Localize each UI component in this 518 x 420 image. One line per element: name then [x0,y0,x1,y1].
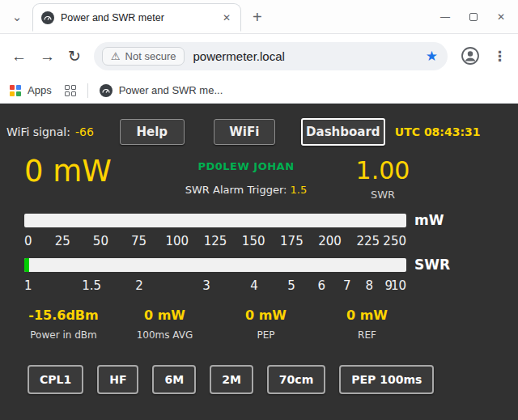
window-controls: — ✕ [440,11,518,23]
swr-tick: 2 [135,278,143,293]
mw-tick: 200 [318,234,342,248]
swr-meter-bar [24,258,406,272]
address-bar[interactable]: ⚠ Not secure powermeter.local ★ [94,42,448,70]
mode-button-2m[interactable]: 2M [210,365,253,394]
site-favicon-icon [41,11,54,24]
mw-tick: 75 [131,234,146,248]
reading-ref-value: 0 mW [316,308,418,323]
swr-alarm-value: 1.5 [291,184,308,196]
swr-bar-unit-label: SWR [414,257,450,273]
swr-tick: 1.5 [82,278,101,293]
tab-title: Power and SWR meter [61,12,219,23]
bookmark-star-icon[interactable]: ★ [426,48,438,65]
dashboard-button[interactable]: Dashboard [301,118,385,146]
utc-clock: UTC 08:43:31 [395,125,481,138]
tab-close-icon[interactable]: ✕ [219,11,234,25]
reading-pep-label: PEP [215,329,316,341]
browser-menu-icon[interactable]: ⋮ [493,48,507,65]
apps-shortcut[interactable]: Apps [28,84,52,96]
swr-tick: 4 [250,278,258,293]
wifi-signal-label: WiFi signal: [6,125,70,138]
forward-icon[interactable]: → [40,49,55,64]
reading-pep: 0 mW PEP [215,308,316,341]
browser-tab[interactable]: Power and SWR meter ✕ [32,3,241,32]
maximize-button[interactable] [469,13,478,21]
reading-avg: 0 mW 100ms AVG [114,308,215,341]
mw-tick: 150 [242,234,265,248]
mw-tick: 0 [24,234,32,248]
mode-button-row: CPL1 HF 6M 2M 70cm PEP 100ms [28,365,518,394]
swr-tick: 7 [343,278,351,293]
mw-tick: 225 [356,234,380,248]
swr-alarm-label: SWR Alarm Trigger: [185,184,287,196]
swr-tick: 10 [391,278,406,293]
security-label: Not secure [125,50,176,62]
window-close-button[interactable]: ✕ [497,11,505,23]
swr-meter-fill [24,258,29,272]
mode-button-hf[interactable]: HF [97,365,138,394]
reading-pep-value: 0 mW [215,308,316,323]
help-button[interactable]: Help [120,119,185,145]
mw-tick: 100 [165,234,189,248]
reading-avg-label: 100ms AVG [114,329,215,341]
apps-grid-icon[interactable] [10,85,21,96]
swr-tick: 8 [365,278,373,293]
swr-tick: 6 [317,278,325,293]
mode-button-pep100ms[interactable]: PEP 100ms [339,365,434,394]
mw-tick: 250 [383,234,406,248]
bookmarks-bar: Apps Power and SWR me... [0,78,518,104]
new-tab-button[interactable]: + [253,9,262,25]
swr-scale: 1 1.5 2 3 4 5 6 7 8 9 10 [24,278,406,296]
swr-caption: SWR [338,189,427,201]
tab-search-chevron-icon[interactable]: ⌄ [5,10,29,24]
mw-meter-row: mW [24,212,518,228]
swr-tick: 1 [24,278,32,293]
main-readout-row: 0 mW PD0LEW JOHAN SWR Alarm Trigger: 1.5… [24,155,518,201]
minimize-button[interactable]: — [440,11,450,23]
profile-avatar-icon[interactable] [461,46,480,66]
reading-list-grid-icon[interactable] [65,85,76,96]
callsign-text: PD0LEW JOHAN [154,160,338,172]
swr-tick: 5 [287,278,295,293]
swr-meter-row: SWR [24,257,518,273]
reading-avg-value: 0 mW [114,308,215,323]
reading-ref-label: REF [316,329,418,341]
mw-bar-unit-label: mW [414,212,444,228]
navigation-bar: ← → ↻ ⚠ Not secure powermeter.local ★ ⋮ [0,34,518,78]
swr-alarm-row: SWR Alarm Trigger: 1.5 [154,184,338,196]
readings-row: -15.6dBm Power in dBm 0 mW 100ms AVG 0 m… [13,308,518,341]
security-chip[interactable]: ⚠ Not secure [102,47,185,66]
mw-tick: 50 [93,234,108,248]
reload-icon[interactable]: ↻ [68,49,81,64]
mw-tick: 25 [55,234,70,248]
swr-main-value: 1.00 [338,157,427,184]
wifi-signal-value: -66 [75,125,94,138]
tab-strip: ⌄ Power and SWR meter ✕ + — ✕ [0,0,518,34]
reading-ref: 0 mW REF [316,308,418,341]
url-text: powermeter.local [193,49,284,63]
mw-tick: 175 [280,234,304,248]
reading-dbm-value: -15.6dBm [13,308,114,323]
mw-tick: 125 [204,234,227,248]
bookmarks-separator [87,83,88,98]
meter-page: WiFi signal: -66 Help WiFi Dashboard UTC… [0,104,518,419]
power-main-value: 0 mW [24,155,154,201]
page-header: WiFi signal: -66 Help WiFi Dashboard UTC… [6,118,518,146]
mode-button-70cm[interactable]: 70cm [267,365,325,394]
back-icon[interactable]: ← [11,49,27,64]
reading-dbm: -15.6dBm Power in dBm [13,308,114,341]
warning-icon: ⚠ [111,50,121,62]
wifi-button[interactable]: WiFi [214,119,275,145]
mw-scale: 0 25 50 75 100 125 150 175 200 225 250 [24,234,406,252]
swr-tick: 3 [202,278,210,293]
mode-button-cpl1[interactable]: CPL1 [28,365,83,394]
bookmark-item[interactable]: Power and SWR me... [119,84,223,96]
mode-button-6m[interactable]: 6M [152,365,196,394]
mw-meter-bar [24,214,406,227]
bookmark-favicon-icon [100,84,113,97]
reading-dbm-label: Power in dBm [13,329,114,341]
